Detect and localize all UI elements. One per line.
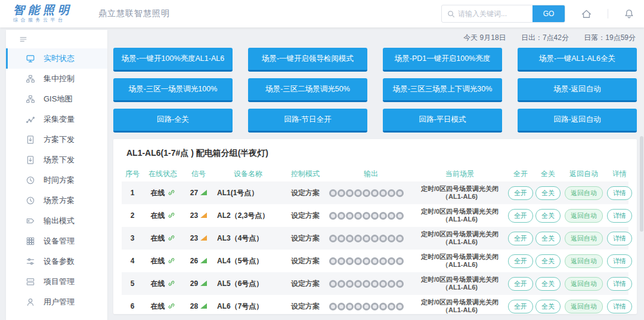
scene-button-1[interactable]: 场景-一键开100%亮度AL1-AL6 (113, 48, 233, 72)
detail-button[interactable]: 详情 (607, 254, 632, 268)
sidebar-item-scene-download[interactable]: 场景下发 (6, 150, 107, 170)
all-on-button[interactable]: 全开 (508, 300, 533, 313)
all-on-button[interactable]: 全开 (508, 254, 533, 268)
all-on-button[interactable]: 全开 (508, 277, 533, 291)
signal-value: 23 (190, 211, 198, 220)
output-dot (346, 280, 354, 288)
online-status: 在线 (143, 301, 182, 312)
all-off-button[interactable]: 全关 (535, 209, 561, 223)
app-logo: 智能照明 综合服务云平台 (13, 4, 82, 23)
table-header: 序号 在线状态 信号 设备名称 控制模式 输出 当前场景 全开 全关 返回自动 … (122, 166, 628, 181)
return-auto-button[interactable]: 返回自动 (565, 232, 603, 245)
signal-strength: 26 (182, 257, 215, 265)
output-dot (363, 280, 370, 288)
sidebar-item-scene-plan[interactable]: 场景方案 (6, 190, 107, 211)
detail-button[interactable]: 详情 (607, 232, 632, 245)
scene-button-4[interactable]: 场景-一键AL1-AL6全关 (518, 48, 637, 72)
scene-button-3[interactable]: 场景-PD1一键开启100%亮度 (383, 48, 502, 72)
notification-bell-icon[interactable] (624, 8, 634, 19)
output-dot (388, 257, 395, 265)
scene-button-6[interactable]: 场景-三区二场景调光50% (248, 78, 367, 102)
col-输出: 输出 (329, 169, 413, 179)
current-scene: 定时/0区四号场景调光关闭（AL1-AL6) (413, 299, 507, 314)
scene-button-2[interactable]: 场景-一键开启领导检阅模式 (248, 48, 367, 72)
signal-icon (200, 190, 207, 195)
output-dot (379, 280, 387, 288)
online-status-text: 在线 (151, 189, 165, 197)
all-off-button[interactable]: 全关 (535, 232, 561, 245)
return-auto-button[interactable]: 返回自动 (565, 254, 603, 268)
loop-button-3[interactable]: 回路-平日模式 (383, 109, 502, 133)
detail-button[interactable]: 详情 (607, 277, 632, 291)
sidebar-item-project-manage[interactable]: 项目管理 (6, 272, 107, 292)
all-off-button[interactable]: 全关 (535, 186, 561, 200)
loop-button-4[interactable]: 回路-返回自动 (518, 109, 637, 133)
logo-subtitle: 综合服务云平台 (13, 17, 82, 23)
return-auto-button[interactable]: 返回自动 (565, 186, 603, 200)
output-indicators (329, 189, 413, 197)
output-dot (346, 212, 354, 220)
all-off-button[interactable]: 全关 (535, 254, 561, 268)
detail-button[interactable]: 详情 (607, 300, 632, 313)
output-dot (396, 257, 404, 265)
scene-button-5[interactable]: 场景-三区一场景调光100% (113, 78, 233, 102)
detail-button[interactable]: 详情 (607, 209, 632, 223)
return-auto-button[interactable]: 返回自动 (565, 209, 603, 223)
signal-value: 23 (190, 234, 198, 242)
signal-strength: 23 (182, 211, 215, 220)
all-off-button[interactable]: 全关 (535, 277, 561, 291)
return-auto-button[interactable]: 返回自动 (565, 277, 603, 291)
output-indicators (329, 212, 413, 220)
search-go-button[interactable]: GO (532, 5, 565, 22)
output-dot (371, 189, 379, 197)
current-scene: 定时/0区四号场景调光关闭（AL1-AL6) (413, 276, 507, 291)
all-on-button[interactable]: 全开 (508, 186, 533, 200)
sidebar-item-output-mode[interactable]: 输出模式 (6, 211, 107, 231)
all-on-button[interactable]: 全开 (508, 209, 533, 223)
search-input[interactable] (458, 6, 532, 21)
scene-button-8[interactable]: 场景-返回自动 (518, 78, 637, 102)
online-status: 在线 (143, 188, 182, 198)
row-number: 5 (122, 279, 143, 288)
output-dot (371, 280, 379, 288)
device-name: AL3（4号点） (215, 233, 281, 244)
control-mode: 设定方案 (281, 188, 329, 198)
header-divider (608, 9, 608, 19)
loop-button-2[interactable]: 回路-节日全开 (248, 109, 367, 133)
online-status-text: 在线 (151, 279, 165, 288)
sidebar-item-plan-download[interactable]: 方案下发 (6, 130, 107, 150)
online-status-text: 在线 (151, 257, 165, 265)
sidebar-item-collect-variables[interactable]: 采集变量 (6, 109, 107, 130)
sidebar-item-label: GIS地图 (44, 94, 72, 104)
output-dot (371, 303, 379, 310)
output-dot (329, 212, 337, 220)
device-name: AL2（2,3号点） (215, 211, 281, 221)
all-on-button[interactable]: 全开 (508, 232, 533, 245)
sidebar-item-time-plan[interactable]: 时间方案 (6, 170, 107, 190)
all-off-button[interactable]: 全关 (535, 300, 561, 313)
loop-button-1[interactable]: 回路-全关 (113, 109, 233, 133)
sidebar-item-realtime-status[interactable]: 实时状态 (6, 48, 107, 69)
output-dot (354, 280, 362, 288)
search-box: GO (441, 5, 565, 23)
home-icon[interactable] (581, 8, 592, 20)
branch-icon (26, 115, 35, 124)
sidebar-item-user-manage[interactable]: 用户管理 (6, 292, 107, 312)
sidebar-item-device-params[interactable]: 设备参数 (6, 251, 107, 272)
output-indicators (329, 303, 413, 310)
user-manage-icon (26, 297, 35, 307)
link-icon (168, 302, 175, 310)
scrollbar-thumb[interactable] (640, 136, 643, 232)
device-group-panel: AL1-AL6(1-7#点 ) 配电箱分组(半夜灯) 序号 在线状态 信号 设备… (113, 139, 637, 314)
output-dot (363, 235, 370, 242)
sidebar-item-label: 输出模式 (44, 216, 75, 226)
sidebar-item-gis-map[interactable]: GIS地图 (6, 89, 107, 109)
signal-value: 27 (190, 189, 198, 197)
device-name: AL1(1号点） (215, 188, 281, 198)
sidebar-item-central-control[interactable]: 集中控制 (6, 69, 107, 89)
sidebar-item-device-manage[interactable]: 设备管理 (6, 231, 107, 251)
menu-collapse-icon[interactable] (6, 30, 107, 48)
detail-button[interactable]: 详情 (607, 186, 632, 200)
scene-button-7[interactable]: 场景-三区三场景上下调光30% (383, 78, 502, 102)
return-auto-button[interactable]: 返回自动 (565, 300, 603, 313)
